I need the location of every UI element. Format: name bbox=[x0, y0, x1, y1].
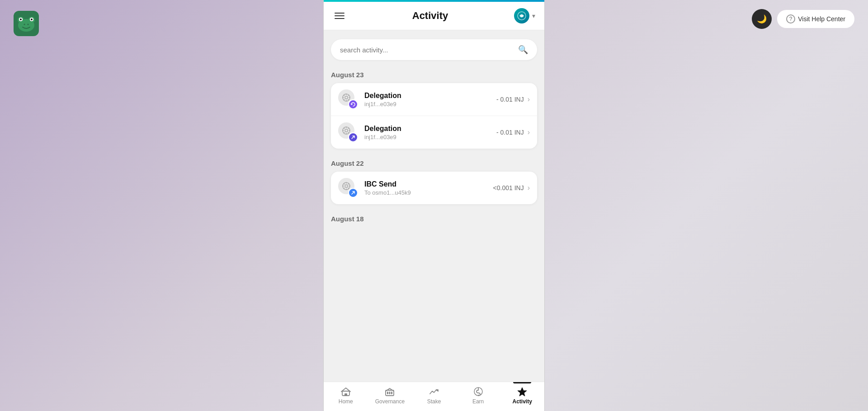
injective-icon bbox=[517, 11, 526, 20]
phone-frame: Activity ▾ 🔍 August 23 bbox=[323, 0, 545, 411]
active-indicator bbox=[513, 382, 531, 383]
date-label-aug22: August 22 bbox=[331, 159, 537, 167]
nav-item-activity[interactable]: Activity bbox=[500, 382, 544, 411]
activity-subtitle-2: inj1f...e03e9 bbox=[364, 134, 496, 140]
activity-title-2: Delegation bbox=[364, 125, 496, 133]
svg-point-16 bbox=[345, 185, 348, 187]
question-icon: ? bbox=[786, 14, 795, 23]
nav-item-stake[interactable]: Stake bbox=[412, 382, 456, 411]
search-icon: 🔍 bbox=[518, 45, 528, 55]
top-right-controls: 🌙 ? Visit Help Center bbox=[752, 9, 854, 29]
date-label-aug23: August 23 bbox=[331, 71, 537, 79]
activity-info-ibc: IBC Send To osmo1...u45k9 bbox=[364, 180, 493, 196]
search-container: 🔍 bbox=[331, 39, 537, 60]
help-center-label: Visit Help Center bbox=[798, 15, 845, 23]
ibc-sub-icon bbox=[348, 188, 358, 198]
svg-rect-21 bbox=[389, 392, 391, 394]
activity-chevron-ibc: › bbox=[528, 184, 530, 192]
stake-icon bbox=[429, 387, 439, 397]
svg-point-6 bbox=[20, 19, 22, 20]
activity-icon-wrapper-3 bbox=[338, 178, 358, 198]
hamburger-line-1 bbox=[335, 13, 344, 14]
activity-card-aug22: IBC Send To osmo1...u45k9 <0.001 INJ › bbox=[331, 172, 537, 204]
bottom-nav: Home Governance bbox=[324, 382, 544, 411]
activity-card-aug23: Delegation inj1f...e03e9 - 0.01 INJ › bbox=[331, 83, 537, 149]
network-icon[interactable] bbox=[514, 8, 529, 23]
frog-logo bbox=[14, 11, 39, 36]
chevron-down-icon[interactable]: ▾ bbox=[532, 12, 535, 19]
hamburger-line-2 bbox=[335, 15, 344, 16]
hamburger-line-3 bbox=[335, 18, 344, 19]
activity-title-ibc: IBC Send bbox=[364, 180, 493, 188]
svg-rect-20 bbox=[387, 392, 388, 394]
activity-icon-wrapper-1 bbox=[338, 89, 358, 109]
governance-icon bbox=[385, 387, 395, 397]
nav-label-governance: Governance bbox=[375, 398, 405, 405]
activity-chevron-1: › bbox=[528, 95, 530, 103]
dark-mode-button[interactable]: 🌙 bbox=[752, 9, 772, 29]
svg-point-9 bbox=[28, 24, 29, 25]
activity-title-1: Delegation bbox=[364, 92, 496, 100]
activity-info-delegation-2: Delegation inj1f...e03e9 bbox=[364, 125, 496, 140]
activity-amount-1: - 0.01 INJ bbox=[496, 96, 524, 103]
home-icon bbox=[341, 387, 351, 397]
svg-point-7 bbox=[31, 19, 33, 20]
delegation-sub-icon-2 bbox=[348, 132, 358, 142]
moon-icon: 🌙 bbox=[757, 14, 767, 24]
svg-rect-22 bbox=[391, 392, 392, 394]
activity-row-ibc-send[interactable]: IBC Send To osmo1...u45k9 <0.001 INJ › bbox=[331, 172, 537, 204]
activity-amount-ibc: <0.001 INJ bbox=[493, 184, 524, 191]
help-center-button[interactable]: ? Visit Help Center bbox=[777, 10, 854, 28]
activity-content: 🔍 August 23 bbox=[324, 30, 544, 382]
refresh-icon bbox=[350, 102, 356, 107]
page-title: Activity bbox=[412, 10, 448, 22]
activity-icon bbox=[517, 387, 527, 397]
nav-item-home[interactable]: Home bbox=[324, 382, 368, 411]
activity-chevron-2: › bbox=[528, 128, 530, 136]
svg-point-14 bbox=[345, 129, 348, 132]
svg-point-8 bbox=[24, 24, 25, 25]
send-icon bbox=[350, 190, 356, 196]
activity-subtitle-ibc: To osmo1...u45k9 bbox=[364, 189, 493, 196]
svg-rect-18 bbox=[344, 393, 347, 396]
activity-row-delegation-1[interactable]: Delegation inj1f...e03e9 - 0.01 INJ › bbox=[331, 83, 537, 116]
svg-point-12 bbox=[345, 96, 348, 99]
earn-icon bbox=[473, 387, 483, 397]
activity-row-delegation-2[interactable]: Delegation inj1f...e03e9 - 0.01 INJ › bbox=[331, 116, 537, 149]
activity-icon-wrapper-2 bbox=[338, 122, 358, 142]
delegation-sub-icon-1 bbox=[348, 99, 358, 109]
activity-amount-2: - 0.01 INJ bbox=[496, 129, 524, 136]
arrow-up-right-icon bbox=[350, 135, 356, 140]
nav-label-home: Home bbox=[339, 398, 353, 405]
app-header: Activity ▾ bbox=[324, 2, 544, 30]
nav-label-earn: Earn bbox=[472, 398, 484, 405]
date-label-aug18: August 18 bbox=[331, 215, 537, 223]
activity-subtitle-1: inj1f...e03e9 bbox=[364, 101, 496, 107]
nav-label-stake: Stake bbox=[427, 398, 441, 405]
header-right: ▾ bbox=[514, 8, 535, 23]
nav-item-governance[interactable]: Governance bbox=[368, 382, 412, 411]
activity-info-delegation-1: Delegation inj1f...e03e9 bbox=[364, 92, 496, 107]
svg-marker-24 bbox=[518, 388, 527, 396]
nav-label-activity: Activity bbox=[512, 398, 532, 405]
search-input[interactable] bbox=[340, 46, 518, 54]
hamburger-menu-button[interactable] bbox=[333, 11, 346, 21]
nav-item-earn[interactable]: Earn bbox=[456, 382, 500, 411]
